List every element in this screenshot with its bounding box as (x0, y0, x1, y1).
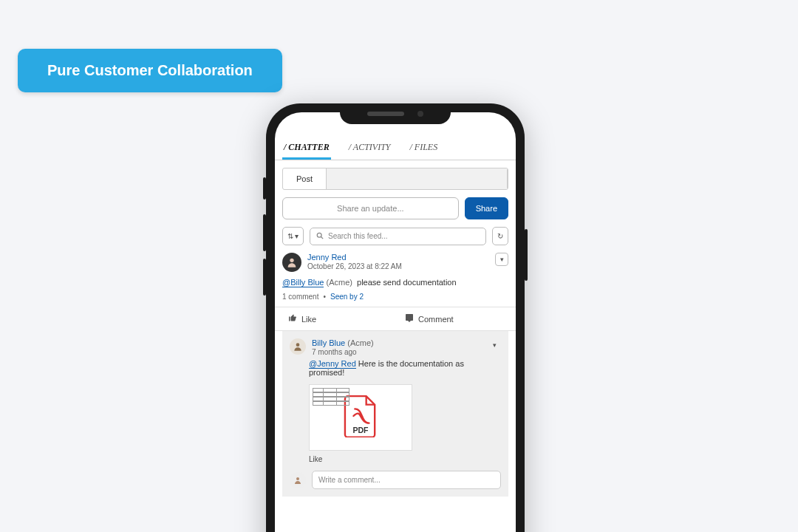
chevron-down-icon: ▾ (295, 232, 299, 240)
mention-context: (Acme) (326, 278, 352, 287)
share-button[interactable]: Share (465, 197, 508, 219)
post-header: Jenny Red October 26, 2023 at 8:22 AM ▾ (282, 253, 508, 272)
post-text: please send documentation (357, 278, 457, 287)
phone-side-button (525, 229, 528, 281)
refresh-icon: ↻ (497, 232, 503, 240)
seen-by-link[interactable]: Seen by 2 (330, 293, 364, 301)
post-meta: 1 comment • Seen by 2 (282, 293, 508, 301)
post-menu-button[interactable]: ▾ (495, 253, 508, 266)
reply-author-context: (Acme) (347, 338, 373, 347)
chevron-down-icon: ▾ (493, 341, 497, 349)
comment-count: 1 comment (282, 293, 318, 301)
avatar[interactable] (290, 338, 306, 355)
comment-button[interactable]: Comment (399, 307, 516, 330)
sort-button[interactable]: ⇅ ▾ (282, 227, 304, 245)
phone-screen: / CHATTER / ACTIVITY / FILES Post Share … (275, 112, 516, 532)
spreadsheet-icon (313, 388, 349, 406)
comment-icon (405, 313, 414, 324)
svg-point-3 (296, 343, 300, 347)
reply-body: @Jenny Red Here is the documentation as … (309, 359, 501, 377)
phone-mockup: / CHATTER / ACTIVITY / FILES Post Share … (266, 103, 525, 532)
svg-point-0 (317, 233, 321, 237)
avatar[interactable] (282, 253, 301, 272)
composer-tab-post[interactable]: Post (283, 168, 327, 189)
avatar[interactable] (290, 472, 306, 488)
reply-header: Billy Blue (Acme) 7 months ago ▾ (290, 338, 501, 356)
sort-icon: ⇅ (287, 232, 293, 240)
tab-activity[interactable]: / ACTIVITY (347, 134, 392, 160)
svg-point-5 (296, 477, 299, 480)
reply-menu-button[interactable]: ▾ (488, 338, 501, 352)
page-title-badge: Pure Customer Collaboration (18, 49, 282, 92)
phone-side-button (263, 259, 266, 296)
write-comment-row: Write a comment... (290, 471, 501, 489)
svg-point-2 (290, 259, 293, 262)
reply-timestamp: 7 months ago (312, 348, 374, 356)
like-button[interactable]: Like (275, 307, 399, 330)
phone-side-button (263, 214, 266, 251)
search-feed-input[interactable]: Search this feed... (310, 228, 486, 245)
mention-link[interactable]: @Billy Blue (282, 278, 324, 287)
feed-post: Jenny Red October 26, 2023 at 8:22 AM ▾ … (282, 253, 508, 301)
search-placeholder: Search this feed... (328, 232, 388, 240)
post-timestamp: October 26, 2023 at 8:22 AM (307, 262, 402, 270)
phone-notch (340, 103, 451, 124)
reply-block: Billy Blue (Acme) 7 months ago ▾ @Jenny … (282, 331, 508, 497)
thumbs-up-icon (288, 313, 297, 324)
main-tabs: / CHATTER / ACTIVITY / FILES (275, 134, 516, 160)
reply-author[interactable]: Billy Blue (312, 338, 345, 347)
composer-tab-other[interactable] (327, 168, 508, 189)
post-body: @Billy Blue (Acme) please send documenta… (282, 278, 508, 287)
comment-label: Comment (418, 315, 454, 324)
attachment-preview[interactable]: PDF (309, 384, 412, 451)
search-icon (316, 232, 324, 241)
camera-icon (417, 111, 423, 117)
chevron-down-icon: ▾ (500, 256, 504, 263)
tab-files[interactable]: / FILES (408, 134, 439, 160)
meta-dot: • (323, 293, 326, 301)
write-comment-input[interactable]: Write a comment... (312, 471, 501, 489)
post-author[interactable]: Jenny Red (307, 253, 402, 262)
share-input[interactable]: Share an update... (282, 197, 459, 219)
tab-chatter[interactable]: / CHATTER (282, 134, 331, 160)
speaker-icon (367, 112, 404, 116)
reply-like-button[interactable]: Like (309, 455, 501, 463)
like-label: Like (301, 315, 316, 324)
refresh-button[interactable]: ↻ (492, 227, 508, 245)
svg-text:PDF: PDF (352, 426, 369, 434)
share-row: Share an update... Share (282, 197, 508, 219)
post-actions: Like Comment (275, 307, 516, 331)
composer-tabs: Post (282, 168, 508, 190)
feed-toolbar: ⇅ ▾ Search this feed... ↻ (282, 227, 508, 245)
svg-line-1 (321, 236, 323, 239)
phone-side-button (263, 177, 266, 200)
